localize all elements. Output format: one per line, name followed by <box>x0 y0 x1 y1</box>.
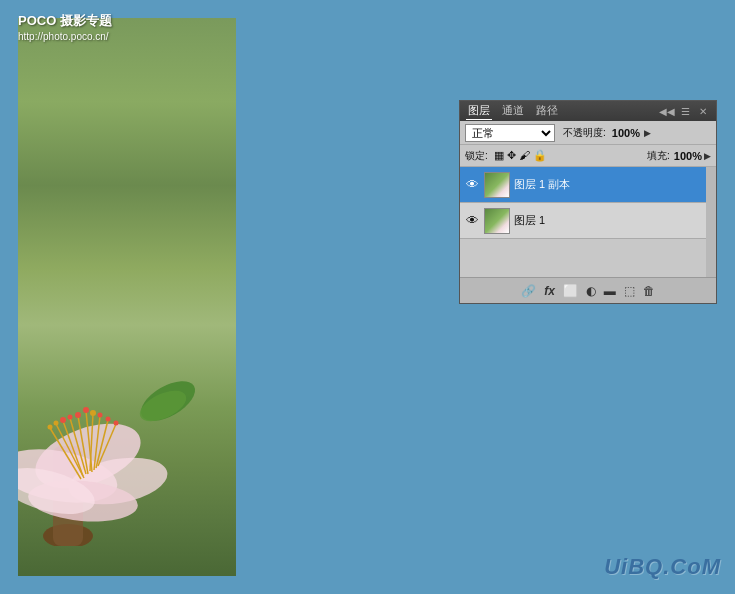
lock-checkerboard-icon[interactable]: ▦ <box>494 149 504 162</box>
fx-icon[interactable]: fx <box>544 284 555 298</box>
panel-expand-btn[interactable]: ◀◀ <box>660 104 674 118</box>
tab-layers[interactable]: 图层 <box>466 102 492 120</box>
svg-point-22 <box>54 421 59 426</box>
svg-point-25 <box>48 425 53 430</box>
layer-thumb-1 <box>484 208 510 234</box>
svg-point-17 <box>60 417 66 423</box>
group-icon[interactable]: ▬ <box>604 284 616 298</box>
panel-toolbar: 🔗 fx ⬜ ◐ ▬ ⬚ 🗑 <box>460 277 716 303</box>
opacity-arrow[interactable]: ▶ <box>644 128 651 138</box>
blend-mode-select[interactable]: 正常 <box>465 124 555 142</box>
layer-thumb-copy <box>484 172 510 198</box>
delete-layer-icon[interactable]: 🗑 <box>643 284 655 298</box>
tab-paths[interactable]: 路径 <box>534 102 560 120</box>
fill-section: 填充: 100% ▶ <box>643 149 711 163</box>
mask-icon[interactable]: ⬜ <box>563 284 578 298</box>
opacity-label: 不透明度: <box>563 126 606 140</box>
tab-channels[interactable]: 通道 <box>500 102 526 120</box>
canvas-area <box>18 18 236 576</box>
lock-move-icon[interactable]: ✥ <box>507 149 516 162</box>
layer-name-copy: 图层 1 副本 <box>514 177 712 192</box>
panel-header: 图层 通道 路径 ◀◀ ☰ ✕ <box>460 101 716 121</box>
lock-row: 锁定: ▦ ✥ 🖌 🔒 填充: 100% ▶ <box>460 145 716 167</box>
svg-point-26 <box>114 421 119 426</box>
panel-menu-btn[interactable]: ☰ <box>678 104 692 118</box>
layers-panel: 图层 通道 路径 ◀◀ ☰ ✕ 正常 不透明度: 100% ▶ 锁定: ▦ ✥ … <box>459 100 717 304</box>
svg-point-23 <box>98 413 103 418</box>
new-layer-icon[interactable]: ⬚ <box>624 284 635 298</box>
watermark-top: POCO 摄影专题 http://photo.poco.cn/ <box>18 12 112 44</box>
layers-scrollbar[interactable] <box>706 167 716 277</box>
watermark-brand: POCO 摄影专题 <box>18 12 112 30</box>
svg-point-19 <box>90 410 96 416</box>
svg-point-18 <box>75 412 81 418</box>
layer-item-copy[interactable]: 👁 图层 1 副本 <box>460 167 716 203</box>
canvas-image <box>18 18 236 576</box>
lock-label: 锁定: <box>465 149 488 163</box>
panel-controls: ◀◀ ☰ ✕ <box>660 104 710 118</box>
opacity-value: 100% <box>612 127 640 139</box>
layer-visibility-1-icon[interactable]: 👁 <box>464 213 480 229</box>
svg-point-21 <box>68 415 73 420</box>
svg-point-20 <box>83 407 89 413</box>
lock-icons: ▦ ✥ 🖌 🔒 <box>494 149 547 162</box>
flower-illustration <box>18 246 236 546</box>
adjustment-icon[interactable]: ◐ <box>586 284 596 298</box>
layer-name-1: 图层 1 <box>514 213 712 228</box>
lock-all-icon[interactable]: 🔒 <box>533 149 547 162</box>
fill-value: 100% <box>674 150 702 162</box>
bottom-watermark: UiBQ.CoM <box>604 554 721 580</box>
blend-mode-row: 正常 不透明度: 100% ▶ <box>460 121 716 145</box>
fill-label: 填充: <box>647 149 670 163</box>
layers-list: 👁 图层 1 副本 👁 图层 1 <box>460 167 716 277</box>
panel-close-btn[interactable]: ✕ <box>696 104 710 118</box>
svg-point-24 <box>106 417 111 422</box>
panel-tabs: 图层 通道 路径 <box>466 102 560 120</box>
link-layers-icon[interactable]: 🔗 <box>521 284 536 298</box>
layer-visibility-copy-icon[interactable]: 👁 <box>464 177 480 193</box>
lock-brush-icon[interactable]: 🖌 <box>519 149 530 162</box>
fill-arrow[interactable]: ▶ <box>704 151 711 161</box>
layer-item-1[interactable]: 👁 图层 1 <box>460 203 716 239</box>
watermark-url: http://photo.poco.cn/ <box>18 30 112 44</box>
